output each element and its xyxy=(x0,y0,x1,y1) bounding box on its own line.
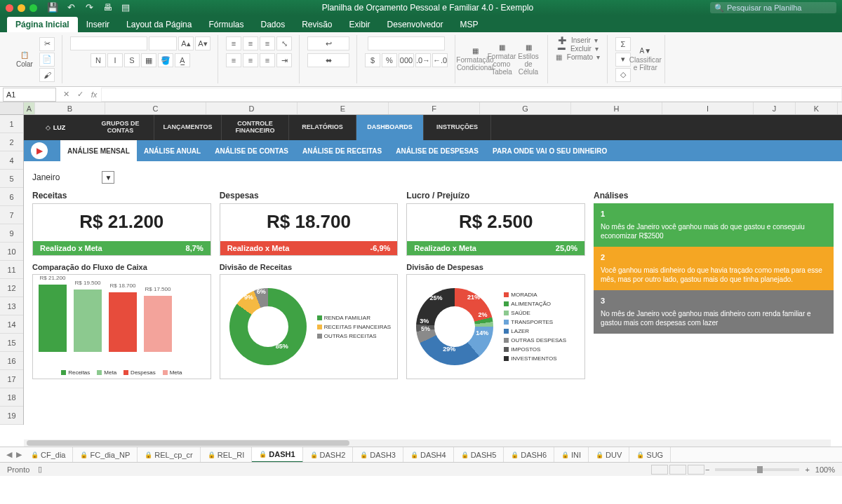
zoom-minus-icon[interactable]: − xyxy=(705,465,709,474)
row-header[interactable]: 16 xyxy=(0,352,23,370)
sheet-tab[interactable]: 🔒DASH1 xyxy=(252,447,302,463)
ribbon-tab-pagelayout[interactable]: Layout da Página xyxy=(118,17,200,32)
row-header[interactable]: 7 xyxy=(0,206,23,224)
sheet-tab[interactable]: 🔒DASH2 xyxy=(303,447,354,463)
sheet-nav-next-icon[interactable]: ▶ xyxy=(14,450,24,459)
row-header[interactable]: 17 xyxy=(0,370,23,388)
comma-icon[interactable]: 000 xyxy=(399,53,414,67)
col-header[interactable]: I xyxy=(662,102,754,114)
sheet-tab[interactable]: 🔒DASH5 xyxy=(454,447,504,463)
print-icon[interactable]: 🖶 xyxy=(102,2,113,13)
ribbon-tab-formulas[interactable]: Fórmulas xyxy=(200,17,252,32)
subnav-item[interactable]: PARA ONDE VAI O SEU DINHEIRO xyxy=(486,140,614,161)
bold-button[interactable]: N xyxy=(91,53,106,67)
play-icon[interactable]: ▶ xyxy=(31,142,48,159)
underline-button[interactable]: S xyxy=(124,53,140,67)
view-page-break-icon[interactable] xyxy=(688,465,704,475)
sheet-tab[interactable]: 🔒DASH6 xyxy=(504,447,554,463)
row-header[interactable]: 4 xyxy=(0,151,23,170)
row-header[interactable]: 15 xyxy=(0,334,23,352)
new-icon[interactable]: ▤ xyxy=(120,2,131,13)
nav-item[interactable]: DASHBOARDS xyxy=(356,115,424,140)
subnav-item[interactable]: ANÁLISE DE CONTAS xyxy=(208,140,295,161)
row-header[interactable]: 14 xyxy=(0,315,23,334)
subnav-item[interactable]: ANÁLISE DE RECEITAS xyxy=(295,140,389,161)
row-header[interactable]: 12 xyxy=(0,279,23,297)
row-header[interactable]: 11 xyxy=(0,261,23,279)
ribbon-tab-home[interactable]: Página Inicial xyxy=(7,17,78,32)
ribbon-tab-developer[interactable]: Desenvolvedor xyxy=(379,17,452,32)
col-header[interactable]: C xyxy=(105,102,206,114)
view-normal-icon[interactable] xyxy=(651,465,668,475)
ribbon-tab-insert[interactable]: Inserir xyxy=(78,17,118,32)
col-header[interactable]: D xyxy=(206,102,298,114)
sheet-tab[interactable]: 🔒SUG xyxy=(629,447,671,463)
sheet-tab[interactable]: 🔒REL_cp_cr xyxy=(138,447,200,463)
formula-input[interactable] xyxy=(101,88,842,102)
font-size-select[interactable] xyxy=(149,36,177,50)
sheet-tab[interactable]: 🔒INI xyxy=(554,447,589,463)
col-header[interactable]: K xyxy=(796,102,838,114)
sheet-nav-prev-icon[interactable]: ◀ xyxy=(4,450,14,459)
row-header[interactable]: 1 xyxy=(0,115,23,133)
row-header[interactable]: 5 xyxy=(0,170,23,188)
name-box[interactable]: A1 xyxy=(3,88,56,102)
sheet-tab[interactable]: 🔒DASH3 xyxy=(353,447,403,463)
align-center-icon[interactable]: ≡ xyxy=(243,53,258,67)
sort-filter-button[interactable]: A▼Classificar e Filtrar xyxy=(634,44,657,75)
close-window[interactable] xyxy=(6,4,13,12)
view-page-layout-icon[interactable] xyxy=(669,465,686,475)
row-header[interactable]: 13 xyxy=(0,297,23,315)
select-all-corner[interactable] xyxy=(0,102,24,114)
ribbon-tab-msp[interactable]: MSP xyxy=(452,17,487,32)
nav-item[interactable]: LANÇAMENTOS xyxy=(154,115,222,140)
paste-button[interactable]: 📋Colar xyxy=(13,44,36,75)
currency-icon[interactable]: $ xyxy=(365,53,380,67)
align-top-icon[interactable]: ≡ xyxy=(226,36,241,50)
nav-item[interactable]: GRUPOS DE CONTAS xyxy=(87,115,154,140)
cell-styles-button[interactable]: ▦Estilos de Célula xyxy=(516,44,540,75)
wrap-text-icon[interactable]: ↩ xyxy=(307,36,349,50)
nav-item[interactable]: CONTROLE FINANCEIRO xyxy=(222,115,289,140)
row-header[interactable]: 18 xyxy=(0,388,23,407)
ribbon-tab-data[interactable]: Dados xyxy=(252,17,293,32)
undo-icon[interactable]: ↶ xyxy=(65,2,76,13)
font-color-icon[interactable]: A̲ xyxy=(175,53,190,67)
nav-item[interactable]: INSTRUÇÕES xyxy=(424,115,491,140)
autosum-icon[interactable]: Σ xyxy=(615,37,631,51)
save-icon[interactable]: 💾 xyxy=(47,2,58,13)
increase-decimal-icon[interactable]: .0→ xyxy=(415,53,431,67)
zoom-plus-icon[interactable]: + xyxy=(805,465,809,474)
align-bottom-icon[interactable]: ≡ xyxy=(260,36,275,50)
cancel-formula-icon[interactable]: ✕ xyxy=(59,88,73,102)
macro-record-icon[interactable]: ▯ xyxy=(38,465,42,474)
sheet-tab[interactable]: 🔒DASH4 xyxy=(403,447,454,463)
fx-icon[interactable]: fx xyxy=(87,88,101,102)
italic-button[interactable]: I xyxy=(107,53,123,67)
format-cells-button[interactable]: ▦ Formato ▾ xyxy=(556,53,600,61)
confirm-formula-icon[interactable]: ✓ xyxy=(73,88,87,102)
merge-cells-icon[interactable]: ⬌ xyxy=(307,53,349,67)
col-header[interactable]: E xyxy=(298,102,389,114)
maximize-window[interactable] xyxy=(29,4,37,12)
fill-icon[interactable]: ▾ xyxy=(615,53,631,67)
percent-icon[interactable]: % xyxy=(382,53,397,67)
subnav-item[interactable]: ANÁLISE DE DESPESAS xyxy=(389,140,486,161)
cut-icon[interactable]: ✂ xyxy=(39,37,55,51)
sheet-tab[interactable]: 🔒DUV xyxy=(589,447,629,463)
decrease-font-icon[interactable]: A▾ xyxy=(195,36,210,50)
zoom-slider[interactable] xyxy=(715,468,799,471)
search-box[interactable]: 🔍 Pesquisar na Planilha xyxy=(710,2,836,13)
col-header[interactable]: H xyxy=(571,102,662,114)
insert-cells-button[interactable]: ➕ Inserir ▾ xyxy=(558,36,597,44)
row-header[interactable]: 9 xyxy=(0,224,23,243)
col-header[interactable]: G xyxy=(480,102,571,114)
col-header[interactable]: J xyxy=(754,102,796,114)
border-icon[interactable]: ▦ xyxy=(141,53,156,67)
subnav-item[interactable]: ANÁLISE MENSAL xyxy=(60,140,137,161)
row-header[interactable]: 10 xyxy=(0,243,23,261)
nav-item[interactable]: RELATÓRIOS xyxy=(289,115,356,140)
orientation-icon[interactable]: ⤡ xyxy=(276,36,292,50)
clear-icon[interactable]: ◇ xyxy=(615,68,631,82)
format-as-table-button[interactable]: ▦Formatar como Tabela xyxy=(490,44,514,75)
